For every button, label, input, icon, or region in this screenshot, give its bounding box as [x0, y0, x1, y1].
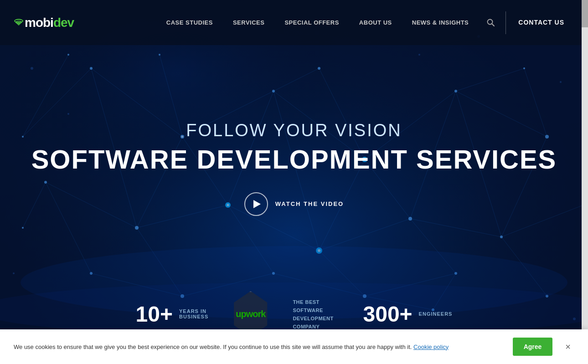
- navbar: mobidev CASE STUDIES SERVICES SPECIAL OF…: [0, 0, 588, 45]
- cookie-agree-button[interactable]: Agree: [513, 338, 553, 356]
- cookie-banner: We use cookies to ensure that we give yo…: [0, 329, 588, 364]
- hero-title: SOFTWARE DEVELOPMENT SERVICES: [31, 145, 557, 174]
- svg-point-63: [22, 227, 24, 229]
- cookie-policy-link[interactable]: Cookie policy: [413, 343, 449, 350]
- svg-point-51: [135, 226, 139, 230]
- logo-icon: [14, 18, 24, 28]
- cookie-text: We use cookies to ensure that we give yo…: [14, 343, 504, 350]
- scrollbar-thumb[interactable]: [582, 0, 588, 27]
- nav-item-contact[interactable]: CONTACT US: [508, 0, 574, 45]
- svg-point-79: [418, 54, 420, 56]
- hero-subtitle: FOLLOW YOUR VISION: [31, 121, 557, 140]
- svg-point-65: [523, 67, 525, 69]
- svg-line-91: [492, 24, 494, 26]
- svg-point-89: [18, 24, 20, 26]
- nav-item-services[interactable]: SERVICES: [223, 0, 275, 45]
- svg-point-44: [90, 67, 93, 70]
- svg-point-64: [318, 67, 320, 70]
- svg-point-66: [159, 54, 160, 56]
- stat-engineers: 300+ ENGINEERS: [363, 302, 452, 327]
- stat-years-number: 10+: [136, 302, 173, 327]
- upwork-desc: THE BEST SOFTWARE DEVELOPMENT COMPANY: [293, 297, 340, 330]
- cookie-close-button[interactable]: ×: [562, 340, 574, 354]
- svg-point-54: [408, 217, 412, 220]
- nav-item-news-insights[interactable]: NEWS & INSIGHTS: [402, 0, 479, 45]
- svg-point-46: [272, 90, 275, 92]
- svg-point-77: [31, 67, 33, 70]
- play-circle: [244, 192, 268, 216]
- nav-item-case-studies[interactable]: CASE STUDIES: [156, 0, 223, 45]
- search-button[interactable]: [479, 0, 503, 45]
- watch-video-label: WATCH THE VIDEO: [275, 200, 344, 207]
- logo-dev: dev: [53, 15, 74, 30]
- svg-point-55: [500, 236, 503, 238]
- svg-point-62: [22, 136, 24, 138]
- play-icon: [253, 200, 261, 208]
- hero-content: FOLLOW YOUR VISION SOFTWARE DEVELOPMENT …: [31, 121, 557, 216]
- logo-mobi: mobi: [25, 15, 53, 30]
- search-icon: [487, 19, 495, 27]
- hero-section: mobidev CASE STUDIES SERVICES SPECIAL OF…: [0, 0, 588, 364]
- nav-item-about-us[interactable]: ABOUT US: [349, 0, 402, 45]
- stat-engineers-label: ENGINEERS: [419, 311, 453, 317]
- stat-engineers-number: 300+: [363, 302, 412, 327]
- upwork-text: upwork: [236, 309, 265, 319]
- svg-point-78: [67, 113, 69, 115]
- logo[interactable]: mobidev: [14, 15, 74, 30]
- svg-point-67: [67, 54, 69, 56]
- watch-video-button[interactable]: WATCH THE VIDEO: [31, 192, 557, 216]
- stat-years-label: YEARS IN BUSINESS: [179, 308, 208, 319]
- nav-contact: CONTACT US: [508, 0, 574, 45]
- nav-item-special-offers[interactable]: SPECIAL OFFERS: [274, 0, 349, 45]
- svg-point-82: [13, 272, 15, 274]
- svg-point-48: [454, 90, 457, 92]
- nav-divider: [505, 11, 506, 34]
- scrollbar[interactable]: [582, 0, 588, 364]
- nav-links: CASE STUDIES SERVICES SPECIAL OFFERS ABO…: [156, 0, 479, 45]
- stat-years: 10+ YEARS IN BUSINESS: [136, 302, 209, 327]
- svg-point-81: [560, 81, 562, 83]
